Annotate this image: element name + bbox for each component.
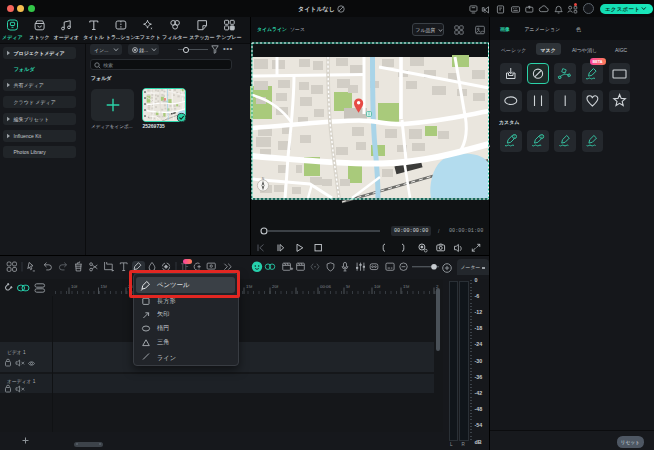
- svg-text:2: 2: [541, 135, 543, 139]
- svg-text:10f: 10f: [374, 284, 381, 289]
- svg-text:20f: 20f: [272, 284, 279, 289]
- svg-text:10f: 10f: [71, 284, 78, 289]
- svg-text:1: 1: [514, 135, 516, 139]
- svg-text:15f: 15f: [246, 284, 253, 289]
- svg-text:5f: 5f: [346, 284, 350, 289]
- svg-text:15f: 15f: [403, 284, 410, 289]
- svg-text:15f: 15f: [101, 284, 108, 289]
- svg-text:00:06: 00:06: [320, 284, 332, 289]
